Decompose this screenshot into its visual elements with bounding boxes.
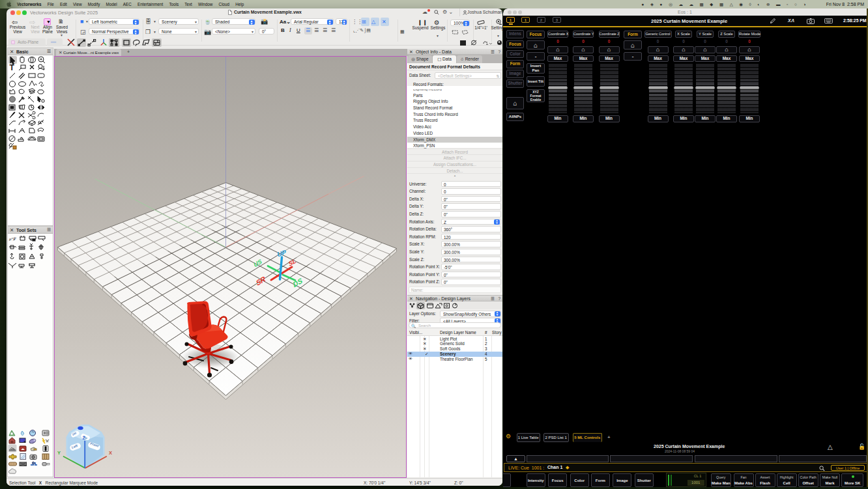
- svg-text:Y: Y: [57, 450, 61, 456]
- svg-text:T: T: [10, 63, 15, 72]
- svg-text:µ°℣: µ°℣: [9, 236, 17, 241]
- svg-text:X: X: [109, 450, 112, 456]
- svg-text:Z: Z: [83, 435, 86, 441]
